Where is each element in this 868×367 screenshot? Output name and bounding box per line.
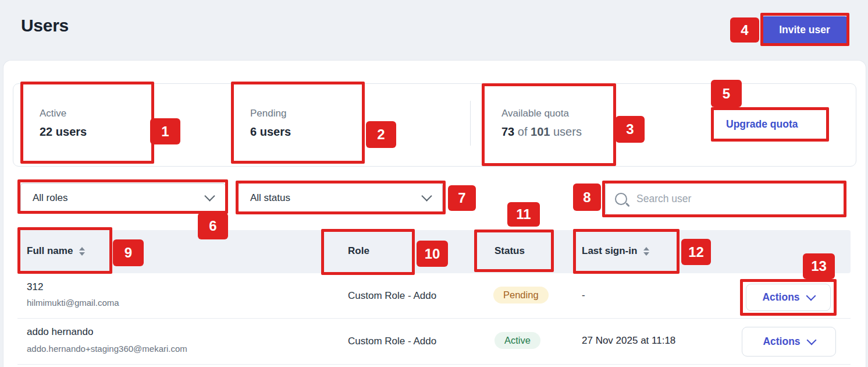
status-badge: Pending: [493, 287, 549, 304]
last-signin-value: -: [582, 290, 585, 301]
chevron-down-icon: [806, 291, 816, 301]
sort-icon[interactable]: [79, 247, 85, 256]
table-header-row: [17, 230, 851, 273]
search-box[interactable]: [605, 183, 844, 215]
quota-stat-value: 73 of 101 users: [501, 125, 582, 139]
roles-filter-value: All roles: [33, 192, 67, 204]
column-header-role: Role: [348, 245, 369, 257]
column-header-last-signin[interactable]: Last sign-in: [582, 245, 649, 257]
column-header-status: Status: [495, 245, 525, 257]
user-full-name: 312: [27, 281, 43, 293]
column-header-full-name[interactable]: Full name: [27, 245, 85, 257]
column-header-label: Role: [348, 245, 369, 257]
roles-filter-dropdown[interactable]: All roles: [20, 183, 226, 213]
status-badge: Active: [495, 332, 540, 349]
invite-user-button[interactable]: Invite user: [762, 16, 847, 44]
user-full-name: addo hernando: [27, 326, 93, 338]
chevron-down-icon: [204, 190, 215, 201]
active-stat-value: 22 users: [40, 125, 87, 139]
actions-button[interactable]: Actions: [746, 284, 831, 311]
quota-of: of: [514, 125, 531, 138]
sort-icon[interactable]: [643, 247, 649, 256]
quota-stat-label: Available quota: [501, 108, 569, 119]
chevron-down-icon: [806, 336, 816, 345]
active-stat-label: Active: [40, 108, 66, 119]
upgrade-quota-link[interactable]: Upgrade quota: [726, 118, 798, 130]
user-role: Custom Role - Addo: [348, 290, 436, 302]
search-input[interactable]: [635, 192, 834, 206]
quota-used: 73: [501, 125, 514, 138]
row-divider: [17, 318, 851, 319]
column-header-label: Full name: [27, 245, 73, 257]
user-role: Custom Role - Addo: [348, 336, 436, 347]
actions-label: Actions: [763, 336, 800, 348]
pending-stat-label: Pending: [250, 108, 286, 119]
actions-label: Actions: [762, 291, 799, 304]
status-filter-value: All status: [250, 192, 290, 204]
stats-divider: [470, 101, 471, 146]
page-title: Users: [21, 16, 69, 36]
user-email: addo.hernando+staging360@mekari.com: [27, 344, 187, 354]
quota-suffix: users: [550, 125, 581, 138]
user-email: hilmimukti@gmail.coma: [27, 298, 119, 308]
row-divider: [17, 364, 851, 365]
last-signin-value: 27 Nov 2025 at 11:18: [582, 335, 675, 347]
column-header-label: Last sign-in: [582, 245, 637, 257]
actions-button[interactable]: Actions: [742, 327, 836, 357]
search-icon: [615, 193, 627, 205]
quota-total: 101: [531, 125, 550, 138]
annotation-badge-4: 4: [730, 17, 759, 43]
chevron-down-icon: [421, 190, 432, 201]
pending-stat-value: 6 users: [250, 125, 291, 139]
status-filter-dropdown[interactable]: All status: [238, 183, 443, 213]
column-header-label: Status: [495, 245, 525, 257]
